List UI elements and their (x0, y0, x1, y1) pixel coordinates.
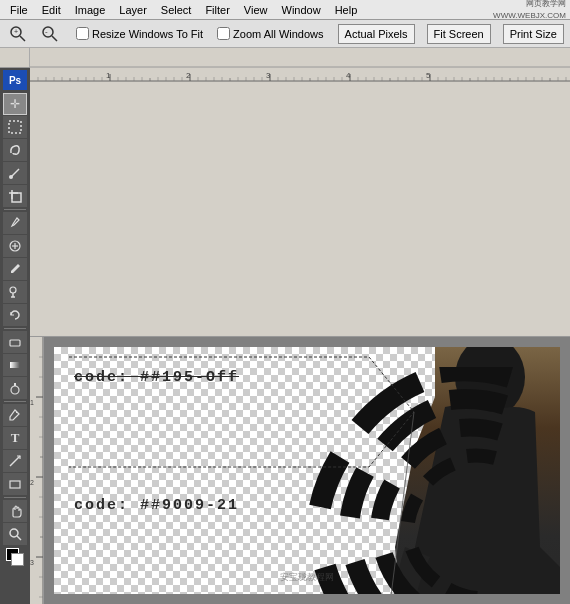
svg-text:3: 3 (266, 71, 271, 80)
menu-help[interactable]: Help (329, 2, 364, 18)
selection-outline-svg (59, 352, 429, 595)
tool-lasso[interactable] (3, 139, 27, 161)
svg-text:4: 4 (346, 71, 351, 80)
svg-rect-6 (30, 48, 570, 68)
tool-wand[interactable] (3, 162, 27, 184)
menu-window[interactable]: Window (276, 2, 327, 18)
crop-icon (8, 189, 22, 203)
tool-eyedropper[interactable] (3, 212, 27, 234)
tool-brush[interactable] (3, 258, 27, 280)
svg-rect-20 (10, 362, 20, 368)
menu-filter[interactable]: Filter (199, 2, 235, 18)
svg-line-23 (16, 412, 17, 413)
svg-text:1: 1 (30, 398, 34, 405)
zoom-minus-btn[interactable]: - (36, 23, 64, 45)
tool-stamp[interactable] (3, 281, 27, 303)
zoom-all-checkbox[interactable]: Zoom All Windows (217, 27, 323, 40)
toolbox: Ps ✛ (0, 68, 30, 604)
actual-pixels-button[interactable]: Actual Pixels (338, 24, 415, 44)
text-tool-label: T (11, 430, 20, 446)
bottom-watermark: 安宝珑教程网 (280, 571, 334, 584)
tool-dodge[interactable] (3, 377, 27, 399)
ruler-top: /* ruler drawn via JS below */ (30, 48, 570, 68)
tool-divider-4 (4, 497, 26, 498)
tool-move[interactable]: ✛ (3, 93, 27, 115)
canvas-area: 1 2 3 4 5 (30, 337, 570, 605)
history-icon (8, 308, 22, 322)
tool-heal[interactable] (3, 235, 27, 257)
color-swatches[interactable] (4, 548, 26, 566)
svg-text:2: 2 (30, 478, 34, 485)
main-area: Ps ✛ (0, 68, 570, 604)
zoom-icon: + (9, 25, 27, 43)
tool-shape[interactable] (3, 473, 27, 495)
tool-divider-2 (4, 328, 26, 329)
svg-text:3: 3 (30, 558, 34, 565)
heal-icon (8, 239, 22, 253)
svg-line-4 (52, 36, 57, 41)
svg-text:1: 1 (106, 71, 111, 80)
main-toolbar: + - Resize Windows To Fit Zoom All Windo… (0, 20, 570, 48)
tool-divider-1 (4, 209, 26, 210)
svg-point-17 (10, 287, 16, 293)
ruler-top-svg: 1 2 3 4 5 (30, 68, 570, 336)
menu-file[interactable]: File (4, 2, 34, 18)
eraser-icon (8, 335, 22, 349)
tool-hand[interactable] (3, 500, 27, 522)
path-select-icon (8, 454, 22, 468)
svg-text:-: - (45, 27, 48, 36)
svg-rect-24 (10, 481, 20, 488)
tool-path-select[interactable] (3, 450, 27, 472)
gradient-icon (8, 358, 22, 372)
tool-history[interactable] (3, 304, 27, 326)
svg-line-1 (20, 36, 25, 41)
brush-icon (8, 262, 22, 276)
zoom-minus-icon: - (41, 25, 59, 43)
tool-zoom[interactable] (3, 523, 27, 545)
zoom-tool-icon (8, 527, 22, 541)
canvas-inner[interactable]: code: ##195-Off code: ##9009-21 安宝珑教程网 (44, 337, 570, 605)
ps-logo: Ps (3, 70, 27, 90)
menu-bar: File Edit Image Layer Select Filter View… (0, 0, 570, 20)
tool-text[interactable]: T (3, 427, 27, 449)
wand-icon (8, 166, 22, 180)
tool-divider-3 (4, 401, 26, 402)
tool-gradient[interactable] (3, 354, 27, 376)
shape-icon (8, 477, 22, 491)
menu-layer[interactable]: Layer (113, 2, 153, 18)
svg-rect-27 (30, 68, 570, 336)
eyedropper-icon (8, 216, 22, 230)
menu-view[interactable]: View (238, 2, 274, 18)
resize-windows-checkbox[interactable]: Resize Windows To Fit (76, 27, 203, 40)
menu-edit[interactable]: Edit (36, 2, 67, 18)
resize-windows-input[interactable] (76, 27, 89, 40)
svg-point-21 (11, 386, 19, 394)
svg-point-25 (10, 529, 18, 537)
dodge-icon (8, 381, 22, 395)
zoom-tool-btn[interactable]: + (4, 23, 32, 45)
svg-text:2: 2 (186, 71, 191, 80)
tool-pen[interactable] (3, 404, 27, 426)
hand-icon (8, 504, 22, 518)
zoom-all-input[interactable] (217, 27, 230, 40)
print-size-button[interactable]: Print Size (503, 24, 564, 44)
menu-select[interactable]: Select (155, 2, 198, 18)
image-content: code: ##195-Off code: ##9009-21 安宝珑教程网 (54, 347, 560, 595)
svg-point-10 (9, 175, 13, 179)
tool-eraser[interactable] (3, 331, 27, 353)
fit-screen-button[interactable]: Fit Screen (427, 24, 491, 44)
svg-rect-8 (9, 121, 21, 133)
tool-crop[interactable] (3, 185, 27, 207)
code-text-bottom: code: ##9009-21 (74, 497, 239, 514)
svg-rect-13 (12, 193, 21, 202)
menu-image[interactable]: Image (69, 2, 112, 18)
canvas-wrapper: 1 2 3 4 5 (30, 68, 570, 604)
svg-text:+: + (14, 28, 18, 35)
svg-line-26 (17, 536, 21, 540)
lasso-icon (8, 143, 22, 157)
svg-rect-19 (10, 340, 20, 346)
ruler-left: 1 2 3 4 5 (30, 337, 44, 605)
stamp-icon (8, 285, 22, 299)
tool-marquee[interactable] (3, 116, 27, 138)
code-text-top: code: ##195-Off (74, 369, 239, 386)
